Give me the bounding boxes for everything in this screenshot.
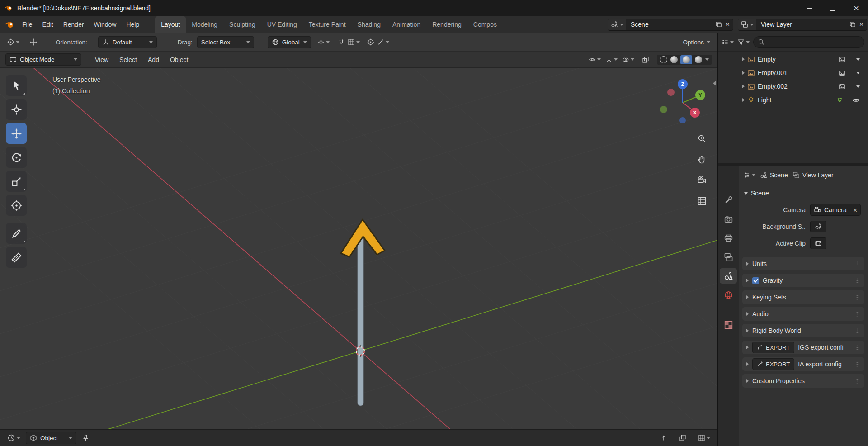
menu-object[interactable]: Object: [165, 56, 193, 63]
shading-dropdown[interactable]: [705, 58, 709, 61]
options-dropdown[interactable]: Options: [683, 39, 710, 46]
transform-orientation-select[interactable]: Global: [268, 36, 311, 48]
tab-uv-editing[interactable]: UV Editing: [261, 16, 303, 33]
copy-overlap-icon[interactable]: [679, 434, 686, 441]
eye-icon[interactable]: [852, 96, 860, 104]
tab-layout[interactable]: Layout: [155, 16, 186, 33]
drag-grip-icon[interactable]: [855, 261, 860, 267]
tab-modeling[interactable]: Modeling: [186, 16, 223, 33]
scale-tool[interactable]: [6, 171, 27, 192]
unlink-scene-icon[interactable]: ×: [722, 20, 733, 28]
panel-custom-properties[interactable]: Custom Properties: [742, 374, 864, 388]
tab-render-properties[interactable]: [720, 211, 737, 227]
proportional-editing-toggle[interactable]: [367, 38, 374, 46]
shading-solid-button[interactable]: [670, 56, 678, 63]
maximize-button[interactable]: [821, 0, 844, 16]
tab-rendering[interactable]: Rendering: [426, 16, 467, 33]
outliner-row-empty-002[interactable]: Empty.002: [718, 80, 868, 93]
drag-grip-icon[interactable]: [855, 277, 860, 284]
ia-export-button[interactable]: EXPORT: [752, 358, 794, 370]
panel-igs-export[interactable]: EXPORT IGS export confi: [742, 341, 864, 354]
remove-view-layer-icon[interactable]: ×: [856, 20, 867, 28]
zoom-icon[interactable]: [695, 132, 708, 145]
pan-hand-icon[interactable]: [695, 153, 708, 166]
drag-grip-icon[interactable]: [855, 378, 860, 384]
annotate-tool[interactable]: [6, 223, 27, 244]
outliner-search-input[interactable]: [753, 36, 864, 48]
panel-rigid-body-world[interactable]: Rigid Body World: [742, 324, 864, 337]
tab-scene-properties[interactable]: [720, 268, 737, 284]
region-collapse-arrow[interactable]: [713, 81, 716, 86]
proportional-falloff-dropdown[interactable]: [377, 38, 389, 46]
menu-file[interactable]: File: [17, 16, 38, 33]
camera-field[interactable]: Camera ×: [810, 204, 861, 216]
tab-texture-properties[interactable]: [720, 317, 737, 332]
viewport-3d[interactable]: Z Y X User Perspective (1) Collection: [0, 68, 717, 429]
drag-grip-icon[interactable]: [855, 311, 860, 318]
collapse-toggle-icon[interactable]: [856, 85, 860, 88]
menu-render[interactable]: Render: [58, 16, 89, 33]
outliner-row-empty[interactable]: Empty: [718, 52, 868, 66]
snap-toggle[interactable]: [338, 38, 345, 46]
push-up-icon[interactable]: [660, 434, 667, 441]
editor-type-dropdown[interactable]: [7, 434, 20, 442]
active-tool-button[interactable]: [7, 38, 19, 46]
camera-view-icon[interactable]: [695, 174, 708, 186]
cursor-tool[interactable]: [6, 99, 27, 120]
view-layer-name[interactable]: View Layer: [756, 21, 849, 28]
panel-keying-sets[interactable]: Keying Sets: [742, 290, 864, 304]
gizmo-neg-z[interactable]: [679, 117, 686, 123]
shading-wireframe-button[interactable]: [660, 56, 667, 63]
menu-edit[interactable]: Edit: [38, 16, 58, 33]
blender-menu-icon[interactable]: [5, 20, 14, 28]
outliner-display-mode-dropdown[interactable]: [722, 38, 734, 46]
transform-tool[interactable]: [6, 195, 27, 216]
select-box-tool[interactable]: [6, 75, 27, 96]
mode-select[interactable]: Object Mode: [5, 53, 81, 66]
drag-grip-icon[interactable]: [855, 361, 860, 368]
scene-name[interactable]: Scene: [626, 21, 715, 28]
menu-help[interactable]: Help: [121, 16, 144, 33]
pin-icon[interactable]: [82, 434, 90, 442]
orientation-select[interactable]: Default: [98, 36, 157, 48]
outliner-row-empty-001[interactable]: Empty.001: [718, 66, 868, 80]
panel-gravity[interactable]: Gravity: [742, 274, 864, 287]
move-tool[interactable]: [6, 123, 27, 144]
drag-grip-icon[interactable]: [855, 327, 860, 334]
pivot-point-dropdown[interactable]: [317, 38, 330, 46]
shading-rendered-button[interactable]: [695, 56, 702, 63]
new-view-layer-copy-icon[interactable]: [849, 21, 856, 28]
object-filter-select[interactable]: Object: [26, 432, 76, 444]
drag-grip-icon[interactable]: [855, 294, 860, 301]
panel-units[interactable]: Units: [742, 257, 864, 270]
outliner-filter-dropdown[interactable]: [737, 38, 750, 46]
xray-toggle[interactable]: [642, 56, 649, 63]
tab-world-properties[interactable]: [720, 287, 737, 303]
collapse-toggle-icon[interactable]: [856, 58, 860, 61]
overlays-dropdown[interactable]: [622, 56, 634, 63]
clear-camera-icon[interactable]: ×: [853, 206, 857, 214]
visibility-dropdown[interactable]: [589, 56, 601, 63]
drag-select[interactable]: Select Box: [197, 36, 254, 48]
drag-grip-icon[interactable]: [855, 344, 860, 351]
menu-add[interactable]: Add: [142, 56, 165, 63]
tab-animation[interactable]: Animation: [387, 16, 426, 33]
active-clip-button[interactable]: [810, 237, 826, 249]
snap-settings-dropdown[interactable]: [348, 38, 360, 46]
outliner-row-light[interactable]: Light: [718, 93, 868, 107]
background-set-button[interactable]: [810, 221, 826, 232]
menu-window[interactable]: Window: [89, 16, 122, 33]
breadcrumb-scene[interactable]: Scene: [760, 171, 788, 179]
menu-select[interactable]: Select: [114, 56, 142, 63]
measure-tool[interactable]: [6, 247, 27, 268]
gizmo-neg-y[interactable]: [660, 106, 667, 113]
tab-sculpting[interactable]: Sculpting: [223, 16, 261, 33]
signal-pole-object[interactable]: [358, 224, 363, 406]
panel-audio[interactable]: Audio: [742, 307, 864, 321]
tab-tool-properties[interactable]: [720, 192, 737, 208]
scene-panel-header[interactable]: Scene: [739, 186, 868, 200]
tab-texture-paint[interactable]: Texture Paint: [303, 16, 352, 33]
gizmos-dropdown[interactable]: [605, 56, 618, 63]
gravity-checkbox[interactable]: [752, 277, 759, 284]
view-layer-browse-button[interactable]: [738, 19, 756, 30]
